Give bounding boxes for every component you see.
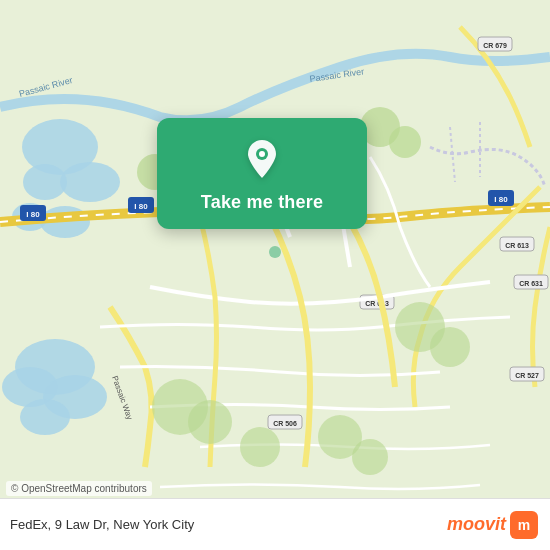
svg-text:I 80: I 80 [134, 202, 148, 211]
map-background: Passaic River Passaic River Passaic Way … [0, 0, 550, 550]
svg-point-9 [20, 399, 70, 435]
svg-point-40 [240, 427, 280, 467]
svg-text:CR 527: CR 527 [515, 372, 539, 379]
map-pin-icon [240, 136, 284, 184]
svg-text:CR 679: CR 679 [483, 42, 507, 49]
map-container: Passaic River Passaic River Passaic Way … [0, 0, 550, 550]
svg-point-37 [430, 327, 470, 367]
svg-text:CR 613: CR 613 [505, 242, 529, 249]
svg-point-2 [60, 162, 120, 202]
svg-point-43 [269, 246, 281, 258]
svg-text:CR 613: CR 613 [365, 300, 389, 307]
svg-text:I 80: I 80 [26, 210, 40, 219]
moovit-logo: moovit m [447, 511, 538, 539]
osm-attribution: © OpenStreetMap contributors [6, 481, 152, 496]
svg-point-39 [188, 400, 232, 444]
take-me-there-button[interactable]: Take me there [201, 192, 323, 213]
location-card[interactable]: Take me there [157, 118, 367, 229]
svg-point-3 [23, 164, 67, 200]
svg-text:CR 506: CR 506 [273, 420, 297, 427]
moovit-wordmark: moovit [447, 514, 506, 535]
moovit-icon: m [510, 511, 538, 539]
svg-point-45 [259, 151, 265, 157]
svg-point-42 [352, 439, 388, 475]
bottom-bar: FedEx, 9 Law Dr, New York City moovit m [0, 498, 550, 550]
svg-point-35 [389, 126, 421, 158]
location-label: FedEx, 9 Law Dr, New York City [10, 517, 194, 532]
svg-text:CR 631: CR 631 [519, 280, 543, 287]
svg-text:I 80: I 80 [494, 195, 508, 204]
